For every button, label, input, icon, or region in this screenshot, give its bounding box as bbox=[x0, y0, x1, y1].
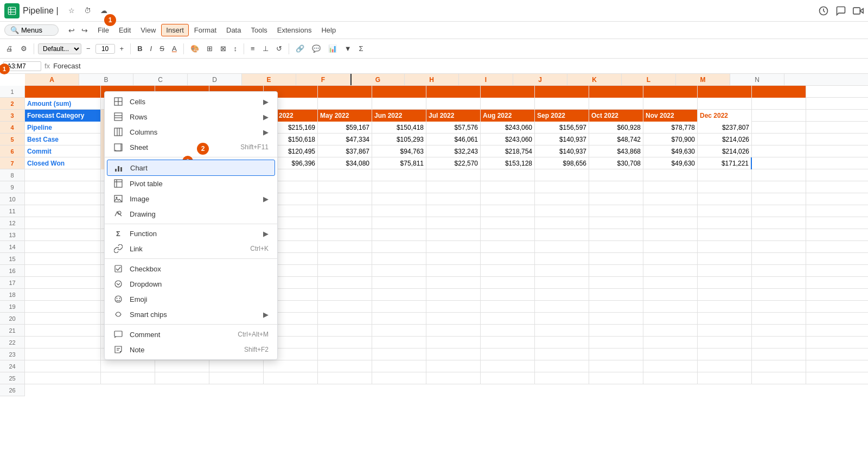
cell-L7[interactable]: $49,630 bbox=[643, 157, 698, 169]
cell-G5[interactable]: $105,293 bbox=[372, 134, 426, 145]
cell-A8[interactable] bbox=[25, 169, 101, 181]
cell-H6[interactable]: $32,243 bbox=[426, 145, 481, 157]
comment-button[interactable]: 💬 bbox=[309, 43, 323, 54]
cell-G1[interactable] bbox=[372, 86, 426, 98]
menu-item-image[interactable]: Image ▶ bbox=[105, 191, 277, 206]
row-num-22[interactable]: 22 bbox=[0, 337, 25, 348]
col-header-D[interactable]: D bbox=[188, 74, 242, 85]
col-header-A[interactable]: A bbox=[25, 74, 79, 85]
cell-L3[interactable]: Nov 2022 bbox=[643, 110, 698, 122]
text-color-button[interactable]: A bbox=[169, 43, 180, 54]
row-num-21[interactable]: 21 bbox=[0, 325, 25, 337]
row-num-20[interactable]: 20 bbox=[0, 313, 25, 325]
cell-L2[interactable] bbox=[643, 98, 698, 110]
col-header-H[interactable]: H bbox=[405, 74, 459, 85]
menu-item-function[interactable]: Σ Function ▶ bbox=[105, 226, 277, 241]
redo-button[interactable]: ↪ bbox=[79, 25, 90, 36]
sum-button[interactable]: Σ bbox=[356, 43, 366, 54]
wrap-button[interactable]: ↕ bbox=[231, 43, 240, 54]
row-num-23[interactable]: 23 bbox=[0, 348, 25, 360]
menu-item-columns[interactable]: Columns ▶ bbox=[105, 124, 277, 140]
cell-K3[interactable]: Oct 2022 bbox=[589, 110, 643, 122]
cell-N3[interactable] bbox=[752, 110, 806, 122]
menu-item-rows[interactable]: Rows ▶ bbox=[105, 109, 277, 124]
cell-A3[interactable]: Forecast Category bbox=[25, 110, 101, 122]
borders-button[interactable]: ⊞ bbox=[204, 43, 215, 54]
cell-H4[interactable]: $57,576 bbox=[426, 122, 481, 134]
menu-item-chart[interactable]: Chart bbox=[107, 160, 275, 176]
row-num-1[interactable]: 1 bbox=[0, 86, 25, 98]
menu-item-link[interactable]: Link Ctrl+K bbox=[105, 241, 277, 256]
col-header-K[interactable]: K bbox=[567, 74, 622, 85]
print-button[interactable]: 🖨 bbox=[3, 43, 16, 54]
menu-edit[interactable]: Edit bbox=[114, 24, 135, 36]
cell-J3[interactable]: Sep 2022 bbox=[535, 110, 589, 122]
col-header-N[interactable]: N bbox=[730, 74, 784, 85]
col-header-J[interactable]: J bbox=[513, 74, 567, 85]
link-button[interactable]: 🔗 bbox=[293, 43, 307, 54]
cell-M4[interactable]: $237,807 bbox=[698, 122, 752, 134]
cell-A2[interactable]: Amount (sum) bbox=[25, 98, 101, 110]
cell-N1[interactable] bbox=[752, 86, 806, 98]
menu-item-cells[interactable]: Cells ▶ bbox=[105, 94, 277, 109]
merge-button[interactable]: ⊠ bbox=[218, 43, 229, 54]
cell-A7[interactable]: Closed Won bbox=[25, 157, 101, 169]
align-button[interactable]: ≡ bbox=[248, 43, 258, 54]
cell-N4[interactable] bbox=[752, 122, 806, 134]
col-header-B[interactable]: B bbox=[79, 74, 133, 85]
row-num-7[interactable]: 7 bbox=[0, 157, 25, 169]
cell-J5[interactable]: $140,937 bbox=[535, 134, 589, 145]
cell-K4[interactable]: $60,928 bbox=[589, 122, 643, 134]
cell-L4[interactable]: $78,778 bbox=[643, 122, 698, 134]
cell-F5[interactable]: $47,334 bbox=[318, 134, 372, 145]
col-header-L[interactable]: L bbox=[622, 74, 676, 85]
row-num-3[interactable]: 3 bbox=[0, 110, 25, 122]
cell-H3[interactable]: Jul 2022 bbox=[426, 110, 481, 122]
row-num-13[interactable]: 13 bbox=[0, 229, 25, 241]
menu-item-checkbox[interactable]: Checkbox bbox=[105, 261, 277, 276]
cell-J2[interactable] bbox=[535, 98, 589, 110]
cell-G7[interactable]: $75,811 bbox=[372, 157, 426, 169]
font-selector[interactable]: Default... bbox=[38, 43, 81, 54]
cell-M5[interactable]: $214,026 bbox=[698, 134, 752, 145]
menu-item-drawing[interactable]: Drawing bbox=[105, 206, 277, 221]
cell-L1[interactable] bbox=[643, 86, 698, 98]
cell-H7[interactable]: $22,570 bbox=[426, 157, 481, 169]
row-num-4[interactable]: 4 bbox=[0, 122, 25, 134]
row-num-5[interactable]: 5 bbox=[0, 134, 25, 145]
menu-search[interactable]: 🔍 Menus bbox=[4, 24, 59, 36]
cell-H1[interactable] bbox=[426, 86, 481, 98]
cell-F6[interactable]: $37,867 bbox=[318, 145, 372, 157]
cell-M7[interactable]: $171,221 bbox=[698, 157, 752, 169]
cell-F7[interactable]: $34,080 bbox=[318, 157, 372, 169]
cell-I3[interactable]: Aug 2022 bbox=[481, 110, 535, 122]
menu-item-note[interactable]: Note Shift+F2 bbox=[105, 342, 277, 357]
cell-J4[interactable]: $156,597 bbox=[535, 122, 589, 134]
cell-N5[interactable] bbox=[752, 134, 806, 145]
menu-item-smart-chips[interactable]: Smart chips ▶ bbox=[105, 307, 277, 322]
cell-M6[interactable]: $214,026 bbox=[698, 145, 752, 157]
row-num-6[interactable]: 6 bbox=[0, 145, 25, 157]
cell-I7[interactable]: $153,128 bbox=[481, 157, 535, 169]
video-icon[interactable] bbox=[853, 5, 864, 16]
cell-H2[interactable] bbox=[426, 98, 481, 110]
row-num-16[interactable]: 16 bbox=[0, 265, 25, 277]
col-header-F[interactable]: F bbox=[296, 74, 350, 85]
cell-K5[interactable]: $48,742 bbox=[589, 134, 643, 145]
cell-A1[interactable] bbox=[25, 86, 101, 98]
cell-N2[interactable] bbox=[752, 98, 806, 110]
row-num-24[interactable]: 24 bbox=[0, 360, 25, 372]
cell-F2[interactable] bbox=[318, 98, 372, 110]
cell-A5[interactable]: Best Case bbox=[25, 134, 101, 145]
row-num-19[interactable]: 19 bbox=[0, 301, 25, 313]
cell-L5[interactable]: $70,900 bbox=[643, 134, 698, 145]
cell-A6[interactable]: Commit bbox=[25, 145, 101, 157]
row-num-12[interactable]: 12 bbox=[0, 217, 25, 229]
menu-extensions[interactable]: Extensions bbox=[273, 24, 316, 36]
undo-button[interactable]: ↩ bbox=[66, 25, 77, 36]
chat-icon[interactable] bbox=[835, 5, 846, 16]
row-num-11[interactable]: 11 bbox=[0, 205, 25, 217]
menu-file[interactable]: File bbox=[93, 24, 113, 36]
font-size-box[interactable]: 10 bbox=[95, 44, 115, 54]
menu-item-sheet[interactable]: Sheet Shift+F11 bbox=[105, 140, 277, 155]
